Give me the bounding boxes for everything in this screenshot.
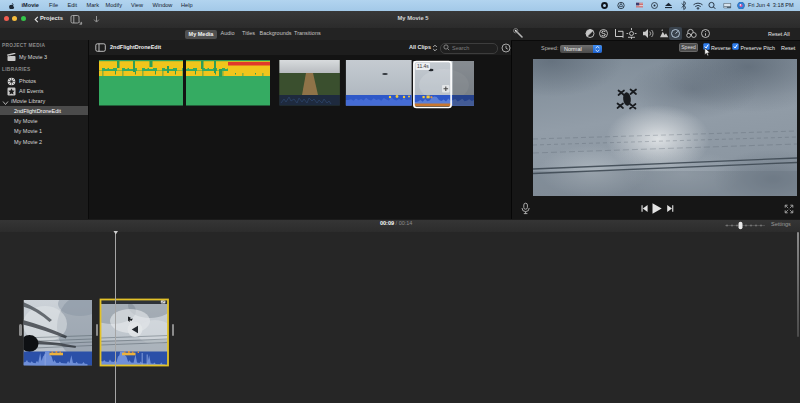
svg-text:11.4s: 11.4s <box>417 63 429 69</box>
